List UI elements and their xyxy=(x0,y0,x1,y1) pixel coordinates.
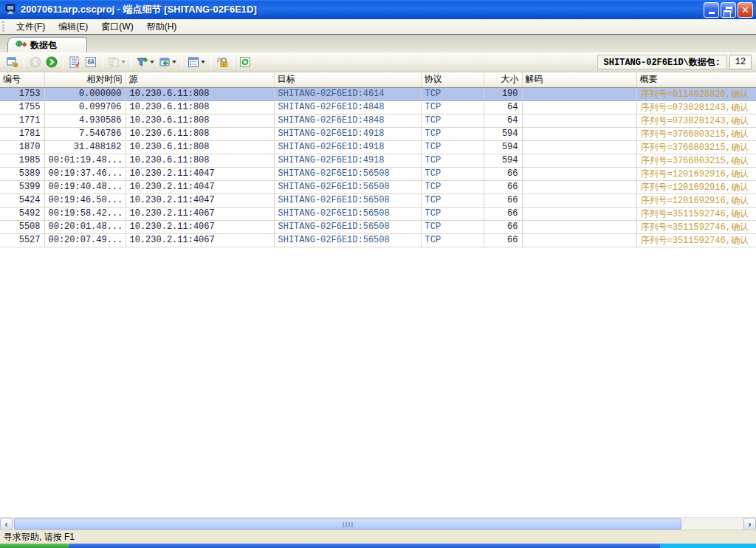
column-header-size[interactable]: 大小 xyxy=(484,72,522,87)
forward-button[interactable] xyxy=(44,54,60,70)
scrollbar-thumb[interactable] xyxy=(14,518,681,530)
cell-size[interactable]: 66 xyxy=(484,167,522,180)
cell-protocol[interactable]: TCP xyxy=(421,180,484,193)
cell-size[interactable]: 64 xyxy=(484,100,522,114)
cell-no[interactable]: 1781 xyxy=(0,127,44,140)
tab-packets[interactable]: 数据包 xyxy=(7,37,87,52)
column-header-no[interactable]: 编号 xyxy=(0,72,44,87)
cell-decode[interactable] xyxy=(522,127,636,140)
column-header-summary[interactable]: 概要 xyxy=(636,72,756,87)
new-window-button[interactable] xyxy=(4,54,21,70)
cell-no[interactable]: 1870 xyxy=(0,140,44,154)
cell-summary[interactable]: 序列号=3766803215,确认 xyxy=(636,140,756,154)
packet-row[interactable]: 5389 00:19:37.46... 10.230.2.11:4047 SHI… xyxy=(0,167,756,180)
hex-decode-button[interactable]: 6A xyxy=(83,54,99,70)
cell-decode[interactable] xyxy=(522,220,636,233)
cell-source[interactable]: 10.230.6.11:808 xyxy=(126,127,274,140)
cell-protocol[interactable]: TCP xyxy=(421,193,484,207)
packet-log-button[interactable] xyxy=(66,54,83,70)
copy-button[interactable] xyxy=(106,54,128,70)
cell-source[interactable]: 10.230.6.11:808 xyxy=(126,87,274,100)
cell-decode[interactable] xyxy=(522,140,636,154)
cell-time[interactable]: 00:20:01.48... xyxy=(44,220,126,233)
cell-target[interactable]: SHITANG-02F6E1D:4848 xyxy=(274,114,421,127)
cell-no[interactable]: 5492 xyxy=(0,207,44,220)
cell-protocol[interactable]: TCP xyxy=(421,233,484,247)
cell-size[interactable]: 190 xyxy=(484,87,522,100)
column-header-source[interactable]: 源 xyxy=(126,72,274,87)
cell-decode[interactable] xyxy=(522,154,636,167)
menu-edit[interactable]: 编辑(E) xyxy=(52,19,94,35)
packet-row[interactable]: 1985 00:01:19.48... 10.230.6.11:808 SHIT… xyxy=(0,154,756,167)
column-header-decode[interactable]: 解码 xyxy=(522,72,636,87)
cell-target[interactable]: SHITANG-02F6E1D:56508 xyxy=(274,180,421,193)
packet-row[interactable]: 1755 0.099706 10.230.6.11:808 SHITANG-02… xyxy=(0,100,756,114)
packet-row[interactable]: 5508 00:20:01.48... 10.230.2.11:4067 SHI… xyxy=(0,220,756,233)
cell-no[interactable]: 5508 xyxy=(0,220,44,233)
cell-summary[interactable]: 序列号=3766803215,确认 xyxy=(636,154,756,167)
cell-source[interactable]: 10.230.6.11:808 xyxy=(126,140,274,154)
menu-help[interactable]: 帮助(H) xyxy=(140,19,184,35)
cell-decode[interactable] xyxy=(522,233,636,247)
cell-time[interactable]: 00:01:19.48... xyxy=(44,154,126,167)
cell-size[interactable]: 66 xyxy=(484,180,522,193)
packet-row[interactable]: 5399 00:19:40.48... 10.230.2.11:4047 SHI… xyxy=(0,180,756,193)
cell-size[interactable]: 594 xyxy=(484,140,522,154)
column-header-protocol[interactable]: 协议 xyxy=(421,72,484,87)
packet-row[interactable]: 5492 00:19:58.42... 10.230.2.11:4067 SHI… xyxy=(0,207,756,220)
packet-row[interactable]: 1753 0.000000 10.230.6.11:808 SHITANG-02… xyxy=(0,87,756,100)
cell-size[interactable]: 66 xyxy=(484,220,522,233)
cell-summary[interactable]: 序列号=3766803215,确认 xyxy=(636,127,756,140)
cell-size[interactable]: 66 xyxy=(484,193,522,207)
cell-time[interactable]: 00:20:07.49... xyxy=(44,233,126,247)
filter-button[interactable] xyxy=(134,54,157,70)
cell-time[interactable]: 0.099706 xyxy=(44,100,126,114)
cell-summary[interactable]: 序列号=3511592746,确认 xyxy=(636,207,756,220)
packet-row[interactable]: 1781 7.546786 10.230.6.11:808 SHITANG-02… xyxy=(0,127,756,140)
column-header-target[interactable]: 目标 xyxy=(274,72,421,87)
back-button[interactable] xyxy=(27,54,44,70)
cell-summary[interactable]: 序列号=1201692916,确认 xyxy=(636,180,756,193)
cell-source[interactable]: 10.230.6.11:808 xyxy=(126,114,274,127)
start-button-sliver[interactable] xyxy=(0,544,69,548)
cell-source[interactable]: 10.230.6.11:808 xyxy=(126,154,274,167)
cell-decode[interactable] xyxy=(522,100,636,114)
cell-decode[interactable] xyxy=(522,180,636,193)
restore-button[interactable] xyxy=(721,2,736,18)
cell-size[interactable]: 66 xyxy=(484,207,522,220)
cell-no[interactable]: 1753 xyxy=(0,87,44,100)
cell-decode[interactable] xyxy=(522,193,636,207)
cell-no[interactable]: 5527 xyxy=(0,233,44,247)
cell-protocol[interactable]: TCP xyxy=(421,100,484,114)
cell-summary[interactable]: 序列号=0114026826,确认 xyxy=(636,87,756,100)
cell-source[interactable]: 10.230.2.11:4047 xyxy=(126,167,274,180)
cell-decode[interactable] xyxy=(522,167,636,180)
cell-target[interactable]: SHITANG-02F6E1D:4848 xyxy=(274,100,421,114)
lock-button[interactable] xyxy=(214,54,230,70)
packet-row[interactable]: 1870 31.488182 10.230.6.11:808 SHITANG-0… xyxy=(0,140,756,154)
scrollbar-track[interactable] xyxy=(13,518,743,530)
cell-time[interactable]: 00:19:46.50... xyxy=(44,193,126,207)
import-packets-button[interactable] xyxy=(157,54,179,70)
minimize-button[interactable] xyxy=(704,2,719,18)
scroll-left-button[interactable]: ‹ xyxy=(0,518,13,530)
packet-row[interactable]: 5424 00:19:46.50... 10.230.2.11:4047 SHI… xyxy=(0,193,756,207)
cell-size[interactable]: 64 xyxy=(484,114,522,127)
cell-protocol[interactable]: TCP xyxy=(421,140,484,154)
cell-protocol[interactable]: TCP xyxy=(421,167,484,180)
cell-no[interactable]: 1755 xyxy=(0,100,44,114)
cell-summary[interactable]: 序列号=0738281243,确认 xyxy=(636,114,756,127)
cell-target[interactable]: SHITANG-02F6E1D:4614 xyxy=(274,87,421,100)
cell-target[interactable]: SHITANG-02F6E1D:4918 xyxy=(274,154,421,167)
column-header-time[interactable]: 相对时间 xyxy=(44,72,126,87)
cell-target[interactable]: SHITANG-02F6E1D:4918 xyxy=(274,127,421,140)
scroll-right-button[interactable]: › xyxy=(743,518,756,530)
menu-file[interactable]: 文件(F) xyxy=(10,19,52,35)
cell-source[interactable]: 10.230.2.11:4067 xyxy=(126,220,274,233)
close-button[interactable]: ✕ xyxy=(738,2,753,18)
packet-row[interactable]: 5527 00:20:07.49... 10.230.2.11:4067 SHI… xyxy=(0,233,756,247)
cell-protocol[interactable]: TCP xyxy=(421,87,484,100)
cell-source[interactable]: 10.230.2.11:4047 xyxy=(126,193,274,207)
cell-decode[interactable] xyxy=(522,87,636,100)
cell-no[interactable]: 5399 xyxy=(0,180,44,193)
